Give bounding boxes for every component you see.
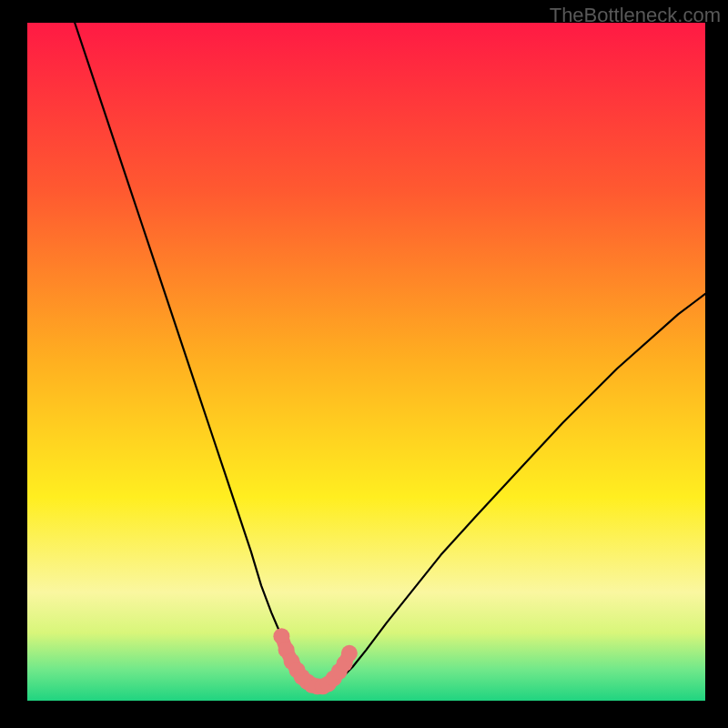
gradient-background (27, 23, 705, 701)
valley-highlight-point (341, 645, 358, 662)
plot-area (27, 23, 705, 701)
chart-frame: TheBottleneck.com (0, 0, 728, 728)
chart-svg (27, 23, 705, 701)
